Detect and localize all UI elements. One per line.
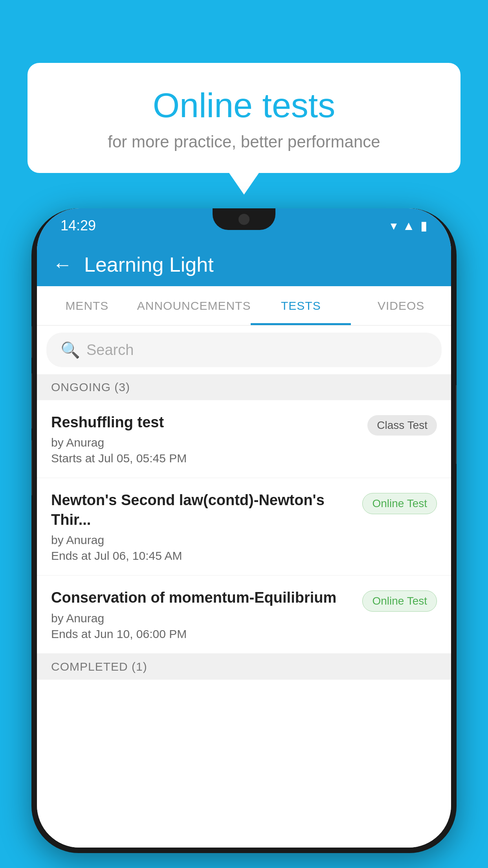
battery-icon: ▮	[420, 218, 427, 233]
wifi-icon: ▾	[391, 218, 397, 233]
bubble-title: Online tests	[59, 86, 429, 125]
test-badge: Online Test	[362, 493, 437, 514]
speech-bubble: Online tests for more practice, better p…	[28, 63, 460, 173]
test-info: Reshuffling test by Anurag Starts at Jul…	[51, 413, 367, 465]
test-badge: Class Test	[367, 415, 437, 436]
test-time: Ends at Jun 10, 06:00 PM	[51, 627, 354, 641]
test-item[interactable]: Conservation of momentum-Equilibrium by …	[37, 576, 451, 653]
camera-dot	[238, 214, 250, 225]
notch	[213, 208, 275, 230]
test-author: by Anurag	[51, 533, 354, 547]
test-time: Starts at Jul 05, 05:45 PM	[51, 452, 360, 465]
bubble-subtitle: for more practice, better performance	[59, 132, 429, 151]
phone-device: 14:29 ▾ ▲ ▮ ← Learning Light MENTS	[31, 208, 457, 853]
app-header: ← Learning Light	[37, 243, 451, 286]
test-name: Newton's Second law(contd)-Newton's Thir…	[51, 491, 354, 530]
back-button[interactable]: ←	[53, 253, 72, 276]
ongoing-section-header: ONGOING (3)	[37, 374, 451, 400]
status-icons: ▾ ▲ ▮	[391, 218, 427, 233]
phone-wrapper: 14:29 ▾ ▲ ▮ ← Learning Light MENTS	[31, 208, 457, 868]
phone-screen: 14:29 ▾ ▲ ▮ ← Learning Light MENTS	[37, 208, 451, 848]
tab-announcements[interactable]: ANNOUNCEMENTS	[137, 286, 251, 325]
completed-label: COMPLETED (1)	[51, 660, 147, 673]
test-list: Reshuffling test by Anurag Starts at Jul…	[37, 400, 451, 654]
completed-section-header: COMPLETED (1)	[37, 654, 451, 680]
search-icon: 🔍	[61, 341, 80, 359]
tab-ments[interactable]: MENTS	[37, 286, 137, 325]
test-author: by Anurag	[51, 436, 360, 449]
phone-content: 🔍 Search ONGOING (3) Reshuffling test by…	[37, 326, 451, 848]
camera-button[interactable]	[31, 440, 32, 495]
tab-tests[interactable]: TESTS	[251, 286, 351, 325]
test-badge: Online Test	[362, 590, 437, 612]
search-placeholder: Search	[86, 342, 134, 359]
tabs-bar: MENTS ANNOUNCEMENTS TESTS VIDEOS	[37, 286, 451, 326]
status-bar: 14:29 ▾ ▲ ▮	[37, 208, 451, 243]
tab-videos[interactable]: VIDEOS	[351, 286, 451, 325]
volume-down-button[interactable]	[31, 373, 32, 428]
test-item[interactable]: Newton's Second law(contd)-Newton's Thir…	[37, 478, 451, 576]
status-time: 14:29	[61, 217, 96, 234]
test-name: Reshuffling test	[51, 413, 360, 432]
test-time: Ends at Jul 06, 10:45 AM	[51, 549, 354, 563]
speech-bubble-container: Online tests for more practice, better p…	[28, 63, 460, 173]
test-name: Conservation of momentum-Equilibrium	[51, 588, 354, 607]
search-bar[interactable]: 🔍 Search	[46, 333, 442, 367]
test-info: Newton's Second law(contd)-Newton's Thir…	[51, 491, 362, 563]
volume-up-button[interactable]	[31, 326, 32, 358]
test-info: Conservation of momentum-Equilibrium by …	[51, 588, 362, 640]
test-item[interactable]: Reshuffling test by Anurag Starts at Jul…	[37, 400, 451, 478]
signal-icon: ▲	[402, 219, 415, 233]
test-author: by Anurag	[51, 612, 354, 625]
power-button[interactable]	[456, 385, 457, 464]
app-title: Learning Light	[84, 253, 214, 276]
ongoing-label: ONGOING (3)	[51, 381, 130, 394]
